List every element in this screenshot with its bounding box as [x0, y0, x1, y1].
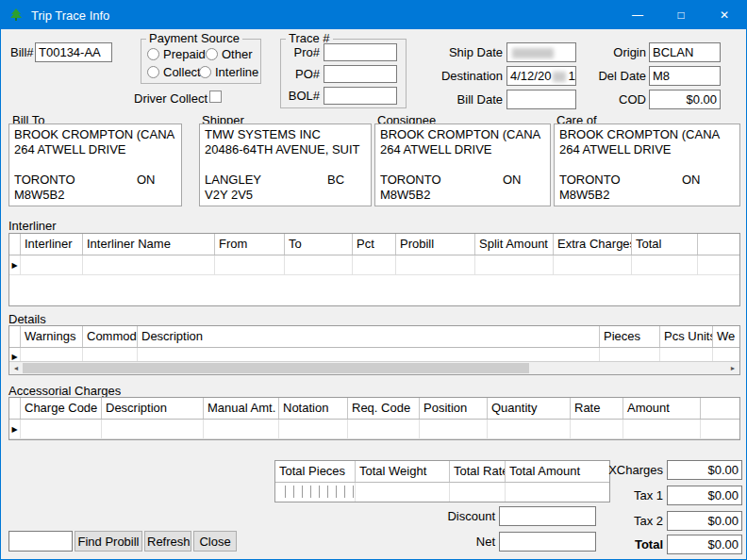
- bill-number-input[interactable]: T00134-AA: [35, 42, 112, 62]
- accessorial-header-row: Charge Code Description Manual Amt. Nota…: [9, 398, 739, 420]
- col-pct: Pct: [353, 234, 396, 255]
- pieces-tick-marks: [275, 483, 355, 498]
- payment-source-legend: Payment Source: [146, 31, 242, 45]
- accessorial-grid: Charge Code Description Manual Amt. Nota…: [8, 397, 740, 440]
- tax1-input[interactable]: $0.00: [667, 486, 742, 505]
- discount-label: Discount: [427, 509, 495, 523]
- radio-prepaid[interactable]: Prepaid: [147, 47, 206, 61]
- addr-postal: M8W5B2: [559, 188, 735, 203]
- discount-input[interactable]: [499, 506, 596, 526]
- row-selector-icon: ▶: [9, 255, 20, 274]
- addr-blank-line: [205, 157, 366, 173]
- cell: [420, 420, 488, 438]
- pro-number-input[interactable]: [324, 43, 397, 61]
- selector-header-cell: [9, 234, 21, 255]
- details-section-title: Details: [8, 312, 46, 326]
- details-horizontal-scrollbar[interactable]: ◄ ►: [9, 361, 739, 374]
- addr-city: TORONTO: [559, 173, 621, 187]
- po-number-label: PO#: [281, 67, 320, 81]
- care-of-address-box[interactable]: BROOK CROMPTON (CANA 264 ATWELL DRIVE TO…: [554, 124, 740, 206]
- po-number-input[interactable]: [324, 65, 397, 83]
- xcharges-input[interactable]: $0.00: [667, 460, 742, 480]
- bill-number-label: Bill#: [10, 45, 34, 59]
- radio-icon: [206, 48, 218, 60]
- addr-blank-line: [14, 157, 176, 173]
- bol-number-input[interactable]: [324, 87, 397, 105]
- col-amount: Amount: [623, 398, 701, 419]
- tax1-label: Tax 1: [597, 488, 663, 502]
- selector-header-cell: [9, 398, 21, 419]
- radio-icon: [147, 66, 159, 78]
- interliner-grid: Interliner Interliner Name From To Pct P…: [8, 233, 740, 306]
- scrollbar-thumb[interactable]: [23, 363, 529, 373]
- grand-total-input[interactable]: $0.00: [667, 535, 742, 554]
- tax2-input[interactable]: $0.00: [667, 511, 742, 531]
- origin-label: Origin: [578, 45, 646, 59]
- close-icon: ✕: [720, 8, 729, 22]
- col-pcs-units: Pcs Units: [660, 326, 713, 347]
- interliner-empty-row[interactable]: ▶: [9, 255, 739, 275]
- destination-label: Destination: [437, 69, 503, 83]
- selector-header-cell: [9, 326, 21, 347]
- bill-date-input[interactable]: [506, 90, 576, 109]
- destination-input[interactable]: 4/12/2011: [506, 66, 576, 86]
- addr-province: BC: [327, 173, 344, 188]
- scrollbar-track[interactable]: [23, 362, 726, 374]
- cell: [353, 255, 396, 274]
- addr-city-line: TORONTOON: [14, 173, 176, 188]
- find-probill-button[interactable]: Find Probill: [75, 531, 142, 552]
- scroll-left-icon[interactable]: ◄: [9, 362, 23, 374]
- scroll-right-icon[interactable]: ►: [726, 362, 739, 374]
- close-button[interactable]: ✕: [703, 1, 746, 29]
- ship-date-label: Ship Date: [437, 45, 503, 59]
- radio-prepaid-label: Prepaid: [163, 47, 206, 61]
- cell: [623, 420, 701, 438]
- cell: [285, 255, 353, 274]
- cell: [348, 420, 420, 438]
- radio-other[interactable]: Other: [206, 47, 253, 61]
- minimize-button[interactable]: —: [616, 1, 659, 29]
- addr-postal: M8W5B2: [380, 188, 545, 203]
- cell: [21, 255, 83, 274]
- window-title: Trip Trace Info: [31, 8, 109, 23]
- close-window-button[interactable]: Close: [193, 531, 237, 552]
- col-total-rate: Total Rate: [450, 461, 506, 482]
- addr-name: BROOK CROMPTON (CANA: [559, 127, 735, 142]
- accessorial-empty-row[interactable]: ▶: [9, 420, 739, 439]
- driver-collect-checkbox[interactable]: [209, 91, 222, 103]
- origin-input[interactable]: BCLAN: [649, 42, 721, 62]
- col-description: Description: [102, 398, 204, 419]
- ship-date-input[interactable]: [506, 42, 576, 62]
- app-icon: [8, 8, 24, 23]
- addr-blank-line: [559, 157, 735, 173]
- cod-input[interactable]: $0.00: [649, 90, 721, 109]
- col-rate: Rate: [571, 398, 623, 419]
- addr-street: 264 ATWELL DRIVE: [14, 142, 176, 157]
- bill-to-address-box[interactable]: BROOK CROMPTON (CANA 264 ATWELL DRIVE TO…: [8, 124, 182, 206]
- maximize-icon: □: [677, 8, 684, 22]
- col-position: Position: [420, 398, 488, 419]
- del-date-input[interactable]: M8: [649, 66, 721, 86]
- del-date-label: Del Date: [578, 69, 646, 83]
- radio-icon: [199, 66, 211, 78]
- net-input[interactable]: [499, 532, 596, 552]
- col-commodity: Commodity: [83, 326, 138, 347]
- shipper-address-box[interactable]: TMW SYSTEMS INC 20486-64TH AVENUE, SUIT …: [199, 124, 372, 206]
- consignee-address-box[interactable]: BROOK CROMPTON (CANA 264 ATWELL DRIVE TO…: [374, 124, 551, 206]
- cell: [698, 255, 739, 274]
- maximize-button[interactable]: □: [659, 1, 703, 29]
- addr-city: LANGLEY: [205, 173, 261, 187]
- total-rate-cell: [450, 483, 506, 502]
- cell: [102, 420, 204, 438]
- radio-interline[interactable]: Interline: [199, 65, 258, 79]
- addr-province: ON: [682, 173, 701, 188]
- probill-search-input[interactable]: [8, 531, 73, 552]
- titlebar: Trip Trace Info — □ ✕: [1, 1, 746, 29]
- radio-collect[interactable]: Collect: [147, 65, 201, 79]
- row-selector-icon: ▶: [9, 420, 20, 438]
- addr-city-line: LANGLEYBC: [205, 173, 366, 188]
- minimize-icon: —: [632, 8, 643, 22]
- cell: [279, 420, 348, 438]
- col-from: From: [215, 234, 285, 255]
- refresh-button[interactable]: Refresh: [144, 531, 191, 552]
